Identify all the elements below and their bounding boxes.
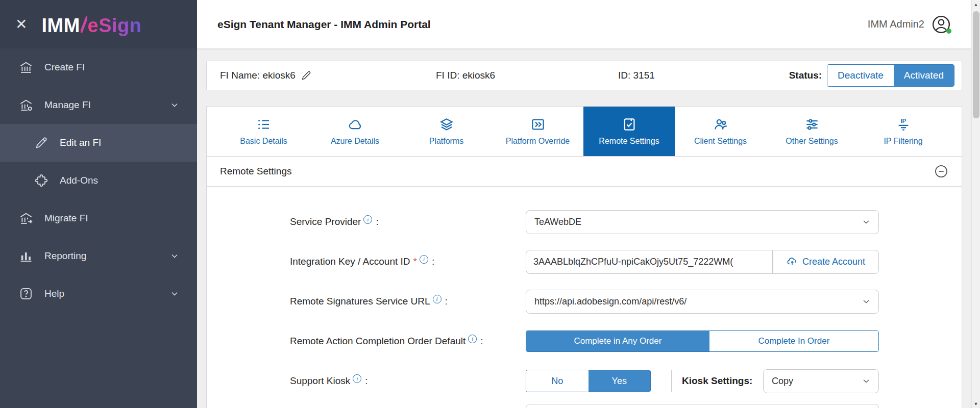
remote-url-select[interactable]: https://api.adobesign.com/api/rest/v6/ <box>526 290 879 314</box>
bank-migrate-icon <box>19 211 33 225</box>
tab-ip-filtering[interactable]: IP IP Filtering <box>857 107 949 156</box>
tab-label: Azure Details <box>331 137 379 146</box>
tab-label: Other Settings <box>786 137 838 146</box>
ip-filter-icon: IP <box>896 117 911 132</box>
integration-key-input[interactable]: 3AAABLblqZhCPfuU-npiCakOjy5Ut75_7222WM( <box>526 250 773 274</box>
sidebar-nav: Create FI Manage FI Edit an FI Add-Ons <box>0 48 197 313</box>
fi-status: Status: Deactivate Activated <box>789 61 954 90</box>
completion-order-row: Remote Action Completion Order Default i… <box>290 321 962 361</box>
close-icon[interactable]: ✕ <box>15 17 27 32</box>
svg-text:IP: IP <box>900 118 906 124</box>
main-area: eSign Tenant Manager - IMM Admin Portal … <box>197 0 971 408</box>
tab-platforms[interactable]: Platforms <box>401 107 492 156</box>
chevron-down-icon <box>169 289 180 299</box>
sidebar-item-label: Help <box>44 288 64 299</box>
content: FI Name: ekiosk6 FI ID: ekiosk6 ID: 3151… <box>197 48 971 408</box>
sidebar-item-label: Edit an FI <box>60 137 101 148</box>
remote-settings-form: Service Provider i : TeAWebDE <box>207 187 962 408</box>
sidebar-item-label: Manage FI <box>44 99 91 111</box>
online-status-dot <box>946 29 951 34</box>
tab-client-settings[interactable]: Client Settings <box>675 107 766 156</box>
status-toggle: Deactivate Activated <box>827 64 954 87</box>
support-kiosk-toggle: No Yes <box>526 370 651 392</box>
sidebar-item-migrate-fi[interactable]: Migrate FI <box>0 199 197 237</box>
vertical-divider <box>671 370 672 392</box>
bar-chart-icon <box>19 249 33 263</box>
fi-id: FI ID: ekiosk6 <box>436 61 495 90</box>
chevron-down-icon <box>169 100 180 110</box>
service-provider-value: TeAWebDE <box>534 217 581 227</box>
list-icon <box>256 117 272 132</box>
sidebar: ✕ IMM/eSign Create FI Manage FI Edit an <box>0 0 197 408</box>
sidebar-item-create-fi[interactable]: Create FI <box>0 48 197 86</box>
next-field-row <box>290 401 962 408</box>
deactivate-button[interactable]: Deactivate <box>827 65 894 86</box>
fi-info-bar: FI Name: ekiosk6 FI ID: ekiosk6 ID: 3151… <box>206 61 962 90</box>
status-label: Status: <box>789 70 822 81</box>
collapse-section-button[interactable] <box>934 164 948 178</box>
next-field-input[interactable] <box>526 404 879 408</box>
remote-url-value: https://api.adobesign.com/api/rest/v6/ <box>534 296 687 307</box>
info-icon[interactable]: i <box>433 295 442 303</box>
section-title: Remote Settings <box>220 166 291 177</box>
support-kiosk-label: Support Kiosk i : <box>290 374 526 388</box>
sidebar-item-help[interactable]: Help <box>0 275 197 313</box>
service-provider-select[interactable]: TeAWebDE <box>526 210 879 234</box>
pencil-icon <box>34 136 48 150</box>
tab-bar: Basic Details Azure Details Platforms <box>207 107 962 157</box>
chevron-down-icon <box>169 251 180 261</box>
app-logo: IMM/eSign <box>41 12 141 37</box>
header-user[interactable]: IMM Admin2 <box>868 15 951 34</box>
scrollbar-up-arrow[interactable]: ▲ <box>972 0 980 9</box>
required-asterisk: * <box>413 256 417 267</box>
puzzle-icon <box>34 173 48 188</box>
integration-key-value: 3AAABLblqZhCPfuU-npiCakOjy5Ut75_7222WM( <box>533 257 733 267</box>
tab-label: Platform Override <box>506 137 570 146</box>
bank-gear-icon <box>19 98 33 112</box>
sliders-icon <box>804 117 820 132</box>
settings-panel: Basic Details Azure Details Platforms <box>206 106 962 408</box>
tab-label: Client Settings <box>694 137 747 146</box>
create-account-label: Create Account <box>802 257 865 267</box>
info-icon[interactable]: i <box>363 215 372 224</box>
tab-basic-details[interactable]: Basic Details <box>218 107 309 156</box>
kiosk-settings-value: Copy <box>772 376 793 387</box>
tab-platform-override[interactable]: Platform Override <box>492 107 583 156</box>
logo-slash: / <box>81 12 87 37</box>
sidebar-item-add-ons[interactable]: Add-Ons <box>0 162 197 199</box>
info-icon[interactable]: i <box>468 335 477 343</box>
kiosk-yes-option[interactable]: Yes <box>589 370 651 392</box>
kiosk-no-option[interactable]: No <box>526 370 589 392</box>
tab-remote-settings[interactable]: Remote Settings <box>583 107 675 156</box>
user-name: IMM Admin2 <box>868 18 924 30</box>
info-icon[interactable]: i <box>353 374 361 383</box>
tab-other-settings[interactable]: Other Settings <box>766 107 857 156</box>
sidebar-item-reporting[interactable]: Reporting <box>0 237 197 275</box>
sidebar-item-edit-an-fi[interactable]: Edit an FI <box>0 124 197 162</box>
fi-name-text: FI Name: ekiosk6 <box>220 70 296 81</box>
tab-azure-details[interactable]: Azure Details <box>309 107 401 156</box>
service-provider-row: Service Provider i : TeAWebDE <box>290 202 962 242</box>
completion-order-toggle: Complete in Any Order Complete In Order <box>526 330 879 352</box>
create-account-button[interactable]: Create Account <box>773 250 879 274</box>
user-avatar-icon[interactable] <box>932 15 951 34</box>
users-icon <box>713 117 728 132</box>
kiosk-settings-select[interactable]: Copy <box>763 369 879 393</box>
info-icon[interactable]: i <box>420 255 428 264</box>
tab-label: Remote Settings <box>599 137 659 146</box>
help-question-icon <box>19 287 33 301</box>
complete-any-order-option[interactable]: Complete in Any Order <box>526 331 709 351</box>
scrollbar-thumb[interactable] <box>973 11 979 118</box>
integration-key-label: Integration Key / Account ID * i : <box>290 255 526 269</box>
edit-fi-name-icon[interactable] <box>301 70 312 81</box>
kiosk-settings-label: Kiosk Settings: <box>682 375 752 387</box>
chevron-down-icon <box>861 376 871 386</box>
app-header: eSign Tenant Manager - IMM Admin Portal … <box>197 0 971 48</box>
complete-in-order-option[interactable]: Complete In Order <box>709 331 878 351</box>
page-scrollbar: ▲ ▼ <box>971 0 980 408</box>
sidebar-item-manage-fi[interactable]: Manage FI <box>0 86 197 124</box>
tab-label: IP Filtering <box>884 137 922 146</box>
remote-url-row: Remote Signatures Service URL i : https:… <box>290 282 962 321</box>
activated-button[interactable]: Activated <box>894 65 954 86</box>
scrollbar-down-arrow[interactable]: ▼ <box>972 399 980 408</box>
